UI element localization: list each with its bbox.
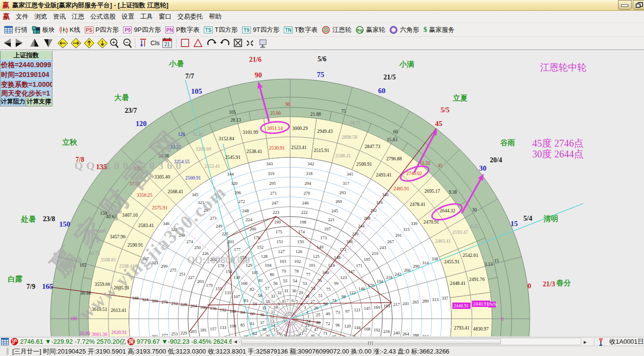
svg-text:203: 203 bbox=[197, 279, 204, 284]
svg-text:21/5: 21/5 bbox=[384, 74, 396, 81]
svg-text:120: 120 bbox=[136, 120, 147, 127]
svg-text:248: 248 bbox=[242, 208, 249, 213]
svg-text:2793.41: 2793.41 bbox=[454, 325, 470, 331]
svg-text:2568.41: 2568.41 bbox=[168, 189, 183, 194]
svg-text:338: 338 bbox=[431, 256, 438, 261]
svg-text:150: 150 bbox=[297, 239, 304, 244]
svg-text:268: 268 bbox=[364, 216, 371, 221]
svg-text:33: 33 bbox=[271, 294, 276, 299]
svg-text:2463.41: 2463.41 bbox=[435, 238, 451, 244]
svg-text:314: 314 bbox=[422, 260, 429, 265]
svg-text:6: 6 bbox=[292, 298, 294, 303]
svg-text:76: 76 bbox=[318, 278, 322, 283]
svg-text:2593.47: 2593.47 bbox=[452, 229, 468, 235]
svg-text:50: 50 bbox=[323, 302, 328, 306]
svg-text:2478.41: 2478.41 bbox=[410, 202, 425, 207]
svg-text:29: 29 bbox=[299, 290, 304, 295]
svg-text:小满: 小满 bbox=[399, 60, 414, 68]
svg-text:174: 174 bbox=[298, 229, 305, 234]
svg-text:151: 151 bbox=[276, 239, 283, 244]
svg-text:54: 54 bbox=[293, 279, 298, 283]
svg-text:60: 60 bbox=[250, 311, 255, 316]
svg-text:221: 221 bbox=[328, 217, 335, 222]
svg-text:126: 126 bbox=[296, 249, 302, 254]
svg-text:3051.14: 3051.14 bbox=[267, 126, 283, 131]
svg-text:12.50: 12.50 bbox=[420, 161, 430, 166]
svg-text:291: 291 bbox=[395, 233, 402, 238]
svg-text:25: 25 bbox=[316, 312, 321, 317]
svg-text:197: 197 bbox=[324, 227, 331, 231]
svg-text:132: 132 bbox=[220, 307, 226, 312]
svg-text:250: 250 bbox=[194, 245, 201, 250]
svg-text:146: 146 bbox=[358, 286, 365, 291]
svg-text:200: 200 bbox=[249, 227, 256, 231]
svg-text:75: 75 bbox=[317, 71, 324, 78]
svg-text:2553.41: 2553.41 bbox=[204, 163, 220, 169]
svg-text:52: 52 bbox=[311, 286, 316, 291]
svg-text:253: 253 bbox=[171, 331, 178, 336]
svg-text:201: 201 bbox=[227, 239, 234, 244]
svg-text:QQ:100800360: QQ:100800360 bbox=[187, 254, 250, 265]
svg-text:2455.91: 2455.91 bbox=[444, 259, 460, 264]
svg-text:30度 2644点: 30度 2644点 bbox=[532, 149, 584, 159]
svg-text:2: 2 bbox=[306, 309, 309, 314]
svg-text:121: 121 bbox=[354, 307, 361, 312]
svg-text:3508.81: 3508.81 bbox=[100, 257, 116, 262]
svg-text:275: 275 bbox=[170, 268, 176, 273]
svg-text:246: 246 bbox=[302, 201, 309, 205]
svg-text:96: 96 bbox=[336, 323, 341, 328]
svg-text:315: 315 bbox=[403, 227, 410, 232]
svg-text:处暑: 处暑 bbox=[21, 215, 36, 223]
svg-text:2560.91: 2560.91 bbox=[185, 175, 201, 180]
svg-text:77: 77 bbox=[306, 272, 311, 277]
svg-text:20/4: 20/4 bbox=[490, 156, 502, 164]
svg-text:0: 0 bbox=[527, 282, 531, 290]
svg-text:344: 344 bbox=[227, 172, 234, 177]
svg-text:46: 46 bbox=[311, 333, 316, 336]
svg-text:8: 8 bbox=[282, 299, 285, 304]
svg-text:172: 172 bbox=[340, 247, 347, 252]
svg-text:45: 45 bbox=[435, 120, 443, 127]
svg-text:145: 145 bbox=[364, 306, 371, 311]
svg-text:345: 345 bbox=[192, 192, 198, 197]
svg-text:立秋: 立秋 bbox=[62, 138, 77, 146]
svg-text:102: 102 bbox=[294, 259, 301, 264]
svg-text:292: 292 bbox=[370, 208, 377, 213]
svg-text:120: 120 bbox=[344, 324, 351, 329]
svg-text:49: 49 bbox=[326, 311, 331, 316]
svg-text:春分: 春分 bbox=[556, 279, 571, 287]
svg-text:218: 218 bbox=[386, 275, 393, 280]
svg-text:337: 337 bbox=[442, 296, 448, 301]
svg-text:276: 276 bbox=[161, 300, 168, 305]
svg-text:152: 152 bbox=[257, 245, 264, 250]
svg-text:−: − bbox=[125, 39, 128, 45]
svg-text:301: 301 bbox=[151, 334, 158, 336]
svg-text:198: 198 bbox=[299, 220, 306, 225]
svg-text:108: 108 bbox=[229, 309, 236, 314]
svg-text:2575.91: 2575.91 bbox=[152, 205, 168, 210]
svg-text:84: 84 bbox=[241, 310, 246, 315]
svg-text:35: 35 bbox=[262, 305, 267, 310]
svg-text:2620.91: 2620.91 bbox=[111, 330, 127, 335]
svg-text:245: 245 bbox=[331, 208, 338, 213]
svg-text:225: 225 bbox=[222, 231, 228, 236]
svg-text:312: 312 bbox=[422, 334, 429, 336]
svg-text:86: 86 bbox=[244, 334, 249, 336]
svg-text:15: 15 bbox=[494, 258, 499, 263]
svg-text:173: 173 bbox=[320, 235, 327, 240]
svg-text:2500.91: 2500.91 bbox=[356, 161, 372, 167]
svg-text:104: 104 bbox=[265, 263, 272, 268]
svg-text:83: 83 bbox=[244, 298, 249, 303]
svg-text:2613.41: 2613.41 bbox=[111, 307, 126, 313]
svg-text:28: 28 bbox=[305, 294, 310, 299]
svg-text:37: 37 bbox=[260, 320, 265, 325]
svg-text:56: 56 bbox=[273, 281, 278, 286]
svg-text:2644.32: 2644.32 bbox=[440, 208, 455, 213]
svg-text:340: 340 bbox=[382, 192, 389, 197]
svg-text:193: 193 bbox=[383, 304, 390, 308]
svg-text:9: 9 bbox=[278, 302, 280, 306]
svg-text:155: 155 bbox=[215, 286, 222, 291]
svg-text:295: 295 bbox=[269, 181, 276, 186]
svg-text:5/6: 5/6 bbox=[318, 55, 326, 63]
svg-text:3.13: 3.13 bbox=[485, 262, 493, 267]
